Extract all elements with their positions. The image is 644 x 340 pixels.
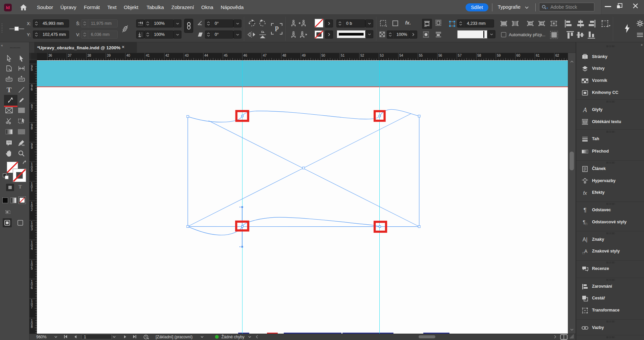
svg-text:53: 53 <box>380 54 384 57</box>
svg-text:46: 46 <box>244 54 248 57</box>
svg-text:39: 39 <box>107 54 111 57</box>
svg-text:49: 49 <box>302 54 306 57</box>
svg-text:2: 2 <box>31 208 33 212</box>
svg-text:54: 54 <box>399 54 404 57</box>
svg-text:43: 43 <box>185 54 189 57</box>
svg-text:7: 7 <box>31 107 33 111</box>
svg-text:52: 52 <box>360 54 364 57</box>
svg-text:51: 51 <box>341 54 345 57</box>
svg-text:50: 50 <box>321 54 325 57</box>
svg-text:60: 60 <box>517 54 521 57</box>
svg-text:6: 6 <box>31 286 33 290</box>
svg-text:P: P <box>275 25 279 33</box>
svg-text:0: 0 <box>31 169 33 172</box>
svg-text:55: 55 <box>419 54 423 57</box>
svg-text:59: 59 <box>497 54 501 57</box>
svg-text:58: 58 <box>477 54 481 57</box>
svg-text:42: 42 <box>165 54 169 57</box>
svg-text:45: 45 <box>224 54 228 57</box>
svg-text:7: 7 <box>31 305 33 309</box>
svg-text:38: 38 <box>88 54 92 57</box>
svg-text:4: 4 <box>31 247 33 250</box>
svg-text:8: 8 <box>31 325 33 329</box>
svg-text:41: 41 <box>146 54 150 57</box>
svg-text:1: 1 <box>31 188 33 192</box>
svg-text:62: 62 <box>555 54 559 57</box>
svg-text:47: 47 <box>263 54 267 57</box>
svg-text:56: 56 <box>438 54 442 57</box>
svg-text:48: 48 <box>282 54 286 57</box>
svg-text:9: 9 <box>31 146 33 150</box>
svg-text:3: 3 <box>31 227 33 231</box>
svg-text:40: 40 <box>126 54 130 57</box>
svg-text:6: 6 <box>31 88 33 91</box>
svg-text:44: 44 <box>204 54 208 57</box>
svg-text:5: 5 <box>31 68 33 71</box>
svg-text:5: 5 <box>31 267 33 270</box>
svg-text:61: 61 <box>536 54 540 57</box>
svg-text:36: 36 <box>48 54 52 57</box>
svg-text:8: 8 <box>31 126 33 130</box>
svg-text:57: 57 <box>458 54 462 57</box>
svg-text:37: 37 <box>68 54 72 57</box>
